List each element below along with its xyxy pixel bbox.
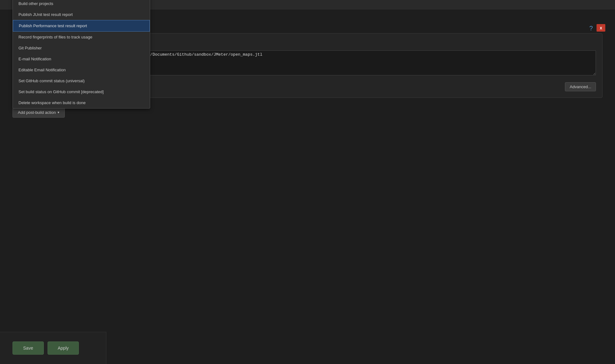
dropdown-menu: Aggregate downstream test results Archiv…	[13, 0, 150, 109]
dropdown-item-record-fingerprints[interactable]: Record fingerprints of files to track us…	[13, 32, 150, 43]
add-post-build-button[interactable]: Add post-build action ▾	[13, 107, 65, 118]
add-post-build-label: Add post-build action	[18, 110, 56, 115]
bottom-actions: Save Apply	[0, 332, 106, 364]
dropdown-item-github-commit-status[interactable]: Set GitHub commit status (universal)	[13, 75, 150, 86]
page-container: Build x ? ⊞ Execute shell Command See th…	[0, 0, 615, 364]
close-button[interactable]: x	[597, 24, 605, 32]
dropdown-item-email-notification[interactable]: E-mail Notification	[13, 53, 150, 64]
save-button[interactable]: Save	[13, 341, 44, 355]
main-content: Build x ? ⊞ Execute shell Command See th…	[0, 9, 615, 130]
chevron-down-icon: ▾	[58, 110, 59, 114]
dropdown-item-build-other[interactable]: Build other projects	[13, 0, 150, 9]
dropdown-item-publish-perf[interactable]: Publish Performance test result report	[13, 20, 150, 32]
advanced-button[interactable]: Advanced...	[565, 82, 596, 91]
dropdown-item-delete-workspace[interactable]: Delete workspace when build is done	[13, 97, 150, 108]
help-icon[interactable]: ?	[589, 25, 593, 32]
dropdown-item-editable-email[interactable]: Editable Email Notification	[13, 64, 150, 75]
dropdown-item-publish-junit[interactable]: Publish JUnit test result report	[13, 9, 150, 20]
post-build-dropdown-wrapper: Aggregate downstream test results Archiv…	[13, 107, 602, 118]
apply-button[interactable]: Apply	[48, 341, 79, 355]
dropdown-item-git-publisher[interactable]: Git Publisher	[13, 43, 150, 53]
dropdown-item-github-deprecated[interactable]: Set build status on GitHub commit [depre…	[13, 86, 150, 97]
